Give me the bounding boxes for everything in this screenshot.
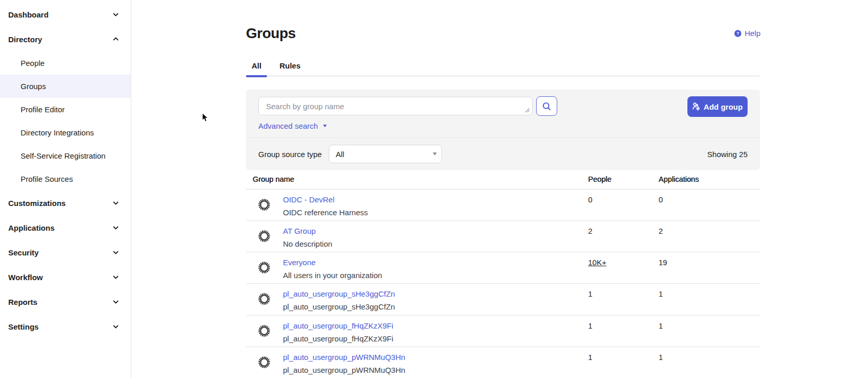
svg-text:?: ? xyxy=(736,31,739,36)
